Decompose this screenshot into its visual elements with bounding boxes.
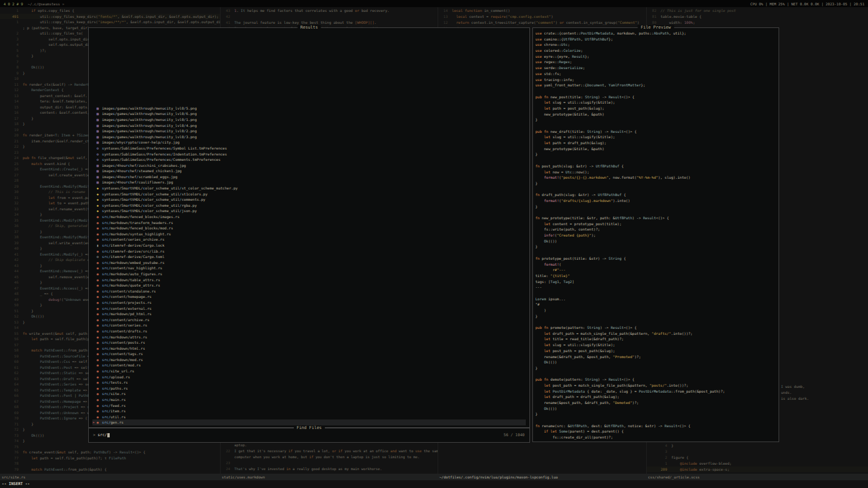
result-item[interactable]: ◉src/main.rs bbox=[92, 397, 526, 403]
selection-caret bbox=[92, 288, 97, 294]
result-item[interactable]: ◉src/markdown/auto_figures.rs bbox=[92, 271, 526, 277]
code-line: 80 width: 100%; bbox=[647, 20, 868, 26]
pane-markdown-bottom[interactable]: aptop.22I get that it's necessary if you… bbox=[221, 443, 438, 474]
code-line: unds. bbox=[781, 390, 868, 396]
result-item[interactable]: ◉src/markdown/embed_youtube.rs bbox=[92, 260, 526, 266]
result-item[interactable]: ◉src/markdown/pd_html.rs bbox=[92, 311, 526, 317]
result-item[interactable]: ◉src/tests.rs bbox=[92, 380, 526, 386]
tmux-system-stats: CPU 0% | MEM 25% | NET 0.0K 0.0K | 2023-… bbox=[751, 2, 864, 6]
results-list[interactable]: ▨images/games/walkthrough/menucity_lvl0/… bbox=[92, 105, 526, 425]
result-item[interactable]: ◆syntaxes/SmartVHDL/color_scheme_util/st… bbox=[92, 191, 526, 197]
result-item[interactable]: ◉src/itemref-derive/src/lib.rs bbox=[92, 248, 526, 254]
preview-code-line: pub fn new_draft(title: String) -> Resul… bbox=[535, 129, 777, 135]
selection-caret bbox=[92, 271, 97, 277]
result-item[interactable]: ◉src/markdown/mod.rs bbox=[92, 357, 526, 363]
selection-caret bbox=[92, 403, 97, 409]
result-item[interactable]: ▨images/4hourchef/zucchini_crabcakes.jpg bbox=[92, 163, 526, 169]
result-item[interactable]: ◉src/markdown/transform_headers.rs bbox=[92, 220, 526, 226]
selection-caret bbox=[92, 243, 97, 248]
result-item[interactable]: ▨images/whycrypto/cover-help/city.jpg bbox=[92, 139, 526, 145]
result-item[interactable]: ▨images/games/walkthrough/menucity_lvl0/… bbox=[92, 128, 526, 134]
result-item[interactable]: ◉src/content/archive.rs bbox=[92, 317, 526, 323]
preview-code-line: rename(&draft_path, &post_path, "Promote… bbox=[535, 354, 777, 360]
query-text: src/ bbox=[98, 433, 107, 437]
result-path: src/markdown/quote_attrs.rs bbox=[102, 282, 160, 288]
result-item[interactable]: ◉src/upload.rs bbox=[92, 374, 526, 380]
lock-file-icon: ▮ bbox=[97, 243, 102, 248]
result-item[interactable]: ◆syntaxes/SmartVHDL/color_scheme_util/rg… bbox=[92, 203, 526, 209]
result-item[interactable]: ▨images/games/walkthrough/menucity_lvl0/… bbox=[92, 117, 526, 123]
result-item[interactable]: ◉src/markdown/syntax_highlight.rs bbox=[92, 231, 526, 237]
result-item[interactable]: ◉src/item.rs bbox=[92, 408, 526, 414]
search-input[interactable]: > src/ bbox=[93, 428, 525, 442]
result-item[interactable]: ◉src/paths.rs bbox=[92, 386, 526, 391]
result-item[interactable]: ◉src/content/series_archive.rs bbox=[92, 237, 526, 243]
result-item[interactable]: ◉src/site_url.rs bbox=[92, 368, 526, 374]
result-item[interactable]: ◉src/content/nav_highlight.rs bbox=[92, 265, 526, 271]
result-item[interactable]: ▨images/games/walkthrough/menucity_lvl0/… bbox=[92, 123, 526, 129]
result-item[interactable]: ◉src/content/projects.rs bbox=[92, 300, 526, 306]
result-item[interactable]: ▨images/4hourchef/cauliflowers.jpg bbox=[92, 179, 526, 185]
result-item[interactable]: ◉src/content/mod.rs bbox=[92, 362, 526, 368]
result-item[interactable]: >◉src/gen.rs bbox=[92, 419, 526, 425]
result-item[interactable]: ◉src/content/tags.rs bbox=[92, 351, 526, 357]
result-item[interactable]: ◉src/content/homepage.rs bbox=[92, 294, 526, 300]
result-item[interactable]: ◉src/content/standalone.rs bbox=[92, 288, 526, 294]
result-item[interactable]: ◉src/content/external.rs bbox=[92, 306, 526, 312]
result-item[interactable]: ◉src/markdown/fenced_blocks/mod.rs bbox=[92, 225, 526, 231]
result-item[interactable]: ⚙src/itemref-derive/Cargo.toml bbox=[92, 254, 526, 260]
rs-file-icon: ◉ bbox=[97, 419, 102, 425]
preview-code-line: format!("posts/{}-{}.markdown", now.form… bbox=[535, 175, 777, 181]
rs-file-icon: ◉ bbox=[97, 386, 102, 391]
result-item[interactable]: ◆syntaxes/SmartVHDL/color_scheme_util/js… bbox=[92, 208, 526, 214]
preview-code-line: let title = read_title(&draft_path)?; bbox=[535, 336, 777, 342]
result-item[interactable]: ◉src/content/drafts.rs bbox=[92, 328, 526, 334]
result-path: src/markdown/syntax_highlight.rs bbox=[102, 231, 171, 237]
selection-caret bbox=[92, 174, 97, 180]
preview-code-line: use serde::Deserialize; bbox=[535, 65, 777, 71]
result-item[interactable]: ◉src/markdown/attrs.rs bbox=[92, 334, 526, 340]
code-line: 76fn create_event(&mut self, path: PathB… bbox=[0, 449, 221, 455]
result-path: images/games/walkthrough/menucity_lvl0/4… bbox=[102, 123, 197, 129]
result-item[interactable]: ◉src/markdown/fenced_blocks/images.rs bbox=[92, 214, 526, 220]
tmux-window-list[interactable]: 4 0 2 # 9 bbox=[4, 2, 23, 6]
pane-scss-bottom[interactable]: 4}32figure {1 @include overflow-bleed;20… bbox=[647, 443, 868, 474]
result-item[interactable]: ⚙syntaxes/SublimeSass/Preferences/Commen… bbox=[92, 157, 526, 163]
result-item[interactable]: ▨images/games/walkthrough/menucity_lvl0/… bbox=[92, 105, 526, 111]
preview-code-line: tags: [Tag1, Tag2] bbox=[535, 279, 777, 285]
preview-code-line bbox=[535, 371, 777, 377]
result-path: src/content/nav_highlight.rs bbox=[102, 265, 162, 271]
rs-file-icon: ◉ bbox=[97, 225, 102, 231]
result-item[interactable]: ◉src/util.rs bbox=[92, 414, 526, 420]
preview-code-line: use chrono::Utc; bbox=[535, 42, 777, 48]
result-item[interactable]: ⚙syntaxes/SublimeSass/Preferences/Indent… bbox=[92, 151, 526, 157]
selection-caret bbox=[92, 248, 97, 254]
rs-file-icon: ◉ bbox=[97, 408, 102, 414]
preview-code[interactable]: use crate::{content::PostDirMetadata, ma… bbox=[535, 30, 777, 440]
preview-code-line: use regex::Regex; bbox=[535, 59, 777, 65]
result-item[interactable]: ▮src/itemref-derive/Cargo.lock bbox=[92, 243, 526, 248]
result-item[interactable]: ◉src/markdown/html.rs bbox=[92, 346, 526, 352]
result-item[interactable]: ◉src/content/posts.rs bbox=[92, 340, 526, 346]
result-item[interactable]: ◉src/markdown/quote_attrs.rs bbox=[92, 282, 526, 288]
img-file-icon: ▨ bbox=[97, 174, 102, 180]
result-item[interactable]: ◉src/content/series.rs bbox=[92, 322, 526, 328]
selection-caret bbox=[92, 128, 97, 134]
preview-code-line: use crate::{content::PostDirMetadata, ma… bbox=[535, 30, 777, 36]
code-line: 77 let path = self.file_path(path)?; τ F… bbox=[0, 455, 221, 461]
result-item[interactable]: ◆syntaxes/SmartVHDL/color_scheme_util/st… bbox=[92, 185, 526, 191]
result-item[interactable]: ▨images/4hourchef/steamed_chicken1.jpg bbox=[92, 168, 526, 174]
result-item[interactable]: ▨images/games/walkthrough/menucity_lvl0/… bbox=[92, 111, 526, 117]
result-item[interactable]: ◆syntaxes/SmartVHDL/color_scheme_util/co… bbox=[92, 197, 526, 203]
preview-code-line: fn rename(src: &Utf8Path, dest: &Utf8Pat… bbox=[535, 423, 777, 429]
result-item[interactable]: ▨images/4hourchef/scrambled_eggs.jpg bbox=[92, 174, 526, 180]
toml-file-icon: ⚙ bbox=[97, 254, 102, 260]
result-item[interactable]: ◉src/feed.rs bbox=[92, 403, 526, 409]
preview-code-line bbox=[535, 209, 777, 215]
preview-code-line: Ok(()) bbox=[535, 359, 777, 365]
result-item[interactable]: ◉src/site.rs bbox=[92, 391, 526, 397]
preview-code-line: } bbox=[535, 244, 777, 250]
result-item[interactable]: ◉src/markdown/table_attrs.rs bbox=[92, 277, 526, 283]
result-item[interactable]: ▨images/games/walkthrough/menucity_lvl0/… bbox=[92, 134, 526, 140]
result-item[interactable]: ⚙syntaxes/SublimeSass/Preferences/Symbol… bbox=[92, 145, 526, 151]
